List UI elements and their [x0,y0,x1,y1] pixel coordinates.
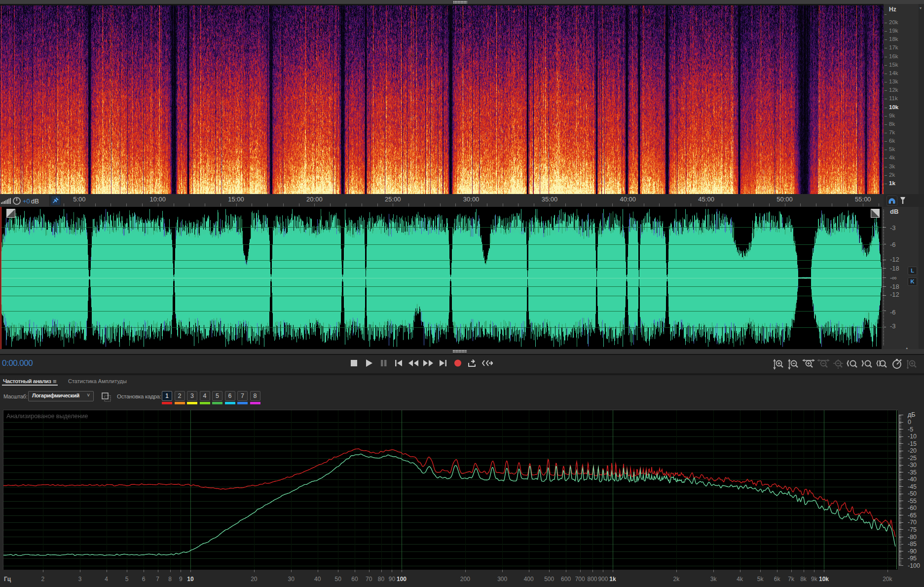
svg-text:+0: +0 [23,197,30,205]
svg-text:dB: dB [31,197,39,205]
